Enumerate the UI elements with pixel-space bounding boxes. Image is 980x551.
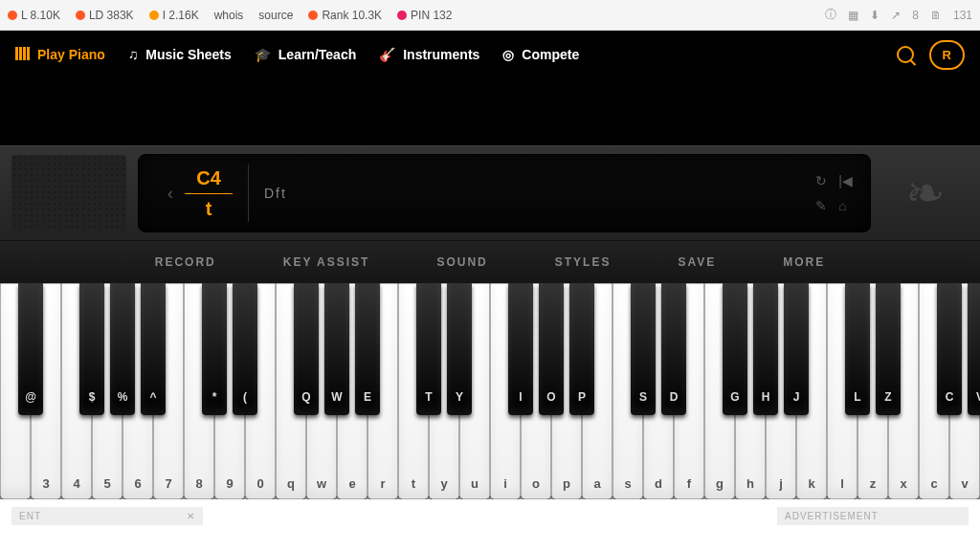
ad-right-label: ADVERTISEMENT — [785, 511, 879, 521]
nav-label: Play Piano — [37, 47, 105, 62]
piano-controls: RECORDKEY ASSISTSOUNDSTYLESSAVEMORE — [0, 241, 980, 283]
toolbar-item-label: source — [258, 9, 293, 22]
guitar-icon: 🎸 — [379, 47, 395, 62]
black-key[interactable]: @ — [18, 283, 43, 415]
toolbar-item[interactable]: PIN 132 — [397, 9, 452, 22]
info-icon: ⓘ — [825, 7, 836, 23]
black-key[interactable]: S — [631, 283, 656, 415]
piano-keyboard: 34567890qwertyuiopasdfghjklzxcv @$%^*(QW… — [0, 283, 980, 499]
black-key[interactable]: Y — [447, 283, 472, 415]
nav-label: Instruments — [403, 47, 479, 62]
grid-icon: ▦ — [848, 9, 858, 22]
octave-down-button[interactable]: ‹ — [167, 184, 173, 204]
ad-row: ENT ✕ ADVERTISEMENT — [0, 499, 980, 525]
nav-compete[interactable]: ◎Compete — [502, 47, 579, 63]
black-key[interactable]: W — [324, 283, 349, 415]
toolbar-item-label: PIN 132 — [411, 9, 452, 22]
lcd-display: ‹ C4 t Dft ↻ |◀ ✎ ⌂ — [138, 154, 871, 232]
toolbar-item-label: whois — [214, 9, 244, 22]
display-icons: ↻ |◀ ✎ ⌂ — [815, 173, 853, 213]
black-key[interactable]: % — [110, 283, 135, 415]
black-key[interactable]: J — [784, 283, 809, 415]
black-key[interactable]: V — [968, 283, 980, 415]
black-key[interactable]: $ — [79, 283, 104, 415]
browser-toolbar: L 8.10KLD 383KI 2.16KwhoissourceRank 10.… — [0, 0, 980, 31]
external-icon: ↗ — [891, 9, 901, 22]
ad-right: ADVERTISEMENT — [777, 507, 969, 525]
toolbar-item-label: Rank 10.3K — [322, 9, 382, 22]
toolbar-right: ⓘ ▦ ⬇ ↗ 8 🗎 131 — [825, 7, 972, 23]
black-key[interactable]: D — [661, 283, 686, 415]
speaker-left — [11, 155, 126, 231]
piano-body: ‹ C4 t Dft ↻ |◀ ✎ ⌂ ❧ RECORDKEY ASSISTSO — [0, 145, 980, 499]
black-key[interactable]: Z — [876, 283, 901, 415]
black-key[interactable]: E — [355, 283, 380, 415]
toolbar-count-1: 8 — [912, 9, 919, 22]
nav-label: Learn/Teach — [278, 47, 356, 62]
rewind-icon[interactable]: |◀ — [838, 173, 853, 188]
spacer — [0, 78, 980, 145]
toolbar-item[interactable]: L 8.10K — [8, 9, 60, 22]
black-key[interactable]: P — [569, 283, 594, 415]
black-key[interactable]: L — [845, 283, 870, 415]
control-sound[interactable]: SOUND — [436, 255, 487, 269]
black-key[interactable]: ( — [233, 283, 257, 415]
home-icon[interactable]: ⌂ — [838, 198, 846, 213]
nav-play-piano[interactable]: Play Piano — [15, 47, 105, 63]
display-panel-row: ‹ C4 t Dft ↻ |◀ ✎ ⌂ ❧ — [0, 145, 980, 241]
ad-left: ENT ✕ — [11, 507, 203, 525]
current-note: C4 t — [185, 167, 233, 220]
status-dot-icon — [397, 11, 407, 20]
control-save[interactable]: SAVE — [678, 255, 716, 269]
black-key[interactable]: C — [937, 283, 962, 415]
nav-label: Music Sheets — [145, 47, 231, 62]
ornament-right: ❧ — [882, 155, 969, 231]
download-icon: ⬇ — [870, 9, 880, 22]
black-key[interactable]: G — [723, 283, 747, 415]
control-key-assist[interactable]: KEY ASSIST — [283, 255, 370, 269]
loop-icon[interactable]: ↻ — [815, 173, 827, 188]
toolbar-item[interactable]: I 2.16K — [149, 9, 199, 22]
black-key[interactable]: Q — [294, 283, 319, 415]
black-key[interactable]: ^ — [141, 283, 166, 415]
grad-cap-icon: 🎓 — [255, 47, 271, 62]
nav-label: Compete — [522, 47, 579, 62]
nav-instruments[interactable]: 🎸Instruments — [379, 47, 479, 63]
toolbar-item-label: LD 383K — [89, 9, 134, 22]
black-key[interactable]: * — [202, 283, 227, 415]
target-icon: ◎ — [502, 47, 514, 62]
black-key[interactable]: I — [508, 283, 533, 415]
note-name: C4 — [185, 167, 233, 189]
nav-music-sheets[interactable]: ♫Music Sheets — [128, 47, 232, 63]
piano-icon — [15, 47, 30, 63]
black-key[interactable]: O — [539, 283, 564, 415]
music-note-icon: ♫ — [128, 47, 139, 62]
toolbar-item-label: L 8.10K — [21, 9, 60, 22]
login-button[interactable]: R — [929, 40, 965, 70]
display-text: Dft — [264, 186, 815, 201]
status-dot-icon — [8, 11, 17, 20]
search-icon[interactable] — [897, 46, 914, 63]
control-record[interactable]: RECORD — [155, 255, 216, 269]
main-nav: Play Piano♫Music Sheets🎓Learn/Teach🎸Inst… — [0, 31, 980, 78]
toolbar-item[interactable]: Rank 10.3K — [308, 9, 382, 22]
edit-icon[interactable]: ✎ — [815, 198, 827, 213]
toolbar-item-label: I 2.16K — [163, 9, 199, 22]
control-more[interactable]: MORE — [783, 255, 825, 269]
toolbar-item[interactable]: LD 383K — [76, 9, 134, 22]
doc-icon: 🗎 — [930, 9, 942, 22]
status-dot-icon — [76, 11, 85, 20]
ad-left-label: ENT — [19, 511, 41, 521]
toolbar-item[interactable]: source — [258, 9, 293, 22]
note-key: t — [185, 198, 233, 220]
close-icon[interactable]: ✕ — [187, 511, 195, 521]
black-key[interactable]: T — [416, 283, 441, 415]
black-key[interactable]: H — [753, 283, 778, 415]
toolbar-item[interactable]: whois — [214, 9, 244, 22]
status-dot-icon — [149, 11, 159, 20]
status-dot-icon — [308, 11, 318, 20]
nav-learn-teach[interactable]: 🎓Learn/Teach — [255, 47, 356, 63]
control-styles[interactable]: STYLES — [555, 255, 612, 269]
toolbar-count-2: 131 — [953, 9, 972, 22]
